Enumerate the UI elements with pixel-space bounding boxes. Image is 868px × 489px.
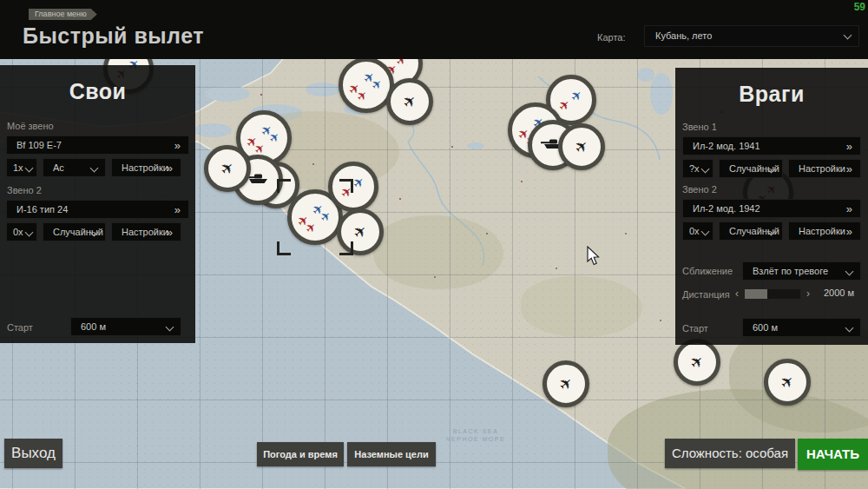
chevron-down-icon <box>90 164 99 173</box>
ally-start-label: Старт <box>7 322 33 333</box>
plane-name: Ил-2 мод. 1942 <box>693 203 760 214</box>
distance-label: Дистанция <box>682 289 730 300</box>
start-value: 600 м <box>753 322 778 333</box>
ally-flight2-count-select[interactable]: 0x <box>6 222 37 241</box>
ally-flight2-skill-select[interactable]: Случайный <box>43 222 106 241</box>
enemies-panel-title: Враги <box>675 82 868 107</box>
map-select[interactable]: Кубань, лето <box>644 25 859 47</box>
chevron-down-icon <box>845 324 854 333</box>
slider-left-icon[interactable]: ‹ <box>735 287 739 300</box>
fps-counter: 59 <box>854 1 865 13</box>
expand-icon: » <box>846 140 852 153</box>
ally-start-select[interactable]: 600 м <box>70 317 181 336</box>
ally-flight1-count-select[interactable]: 1x <box>6 158 37 177</box>
settings-label: Настройки <box>799 163 845 174</box>
map-marker-black1[interactable]: ✈ <box>204 145 251 192</box>
plane-name: Bf 109 E-7 <box>16 140 62 150</box>
enemy-flight2-label: Звено 2 <box>682 184 717 195</box>
enemy-flight2-skill-select[interactable]: Случайный <box>719 221 783 241</box>
map-marker-black1[interactable]: ✈ <box>674 339 720 386</box>
approach-label: Сближение <box>682 266 733 276</box>
chevron-down-icon <box>25 164 34 173</box>
selection-brackets <box>277 179 353 255</box>
enemy-start-select[interactable]: 600 м <box>742 318 861 337</box>
plane-icon-black: ✈ <box>571 136 591 156</box>
enemy-flight1-plane-field[interactable]: Ил-2 мод. 1941 » <box>682 136 861 155</box>
chevron-down-icon <box>166 323 174 332</box>
expand-icon: » <box>174 203 181 216</box>
plane-icon-blue: ✈ <box>568 87 584 104</box>
ally-flight1-skill-select[interactable]: Ас <box>43 158 106 177</box>
expand-icon: » <box>846 162 852 175</box>
ally-flight1-settings-button[interactable]: Настройки » <box>111 158 181 177</box>
plane-icon-black: ✈ <box>777 372 797 392</box>
quick-mission-screen: BLACK SEA ЧЕРНОЕ МОРЕ ✈✈✈✈✈✈✈ ✈✈✈✈✈✈✈✈✈✈… <box>0 0 868 489</box>
mouse-cursor <box>587 246 601 267</box>
enemy-flight1-settings-button[interactable]: Настройки » <box>788 159 861 178</box>
exit-button[interactable]: Выход <box>4 439 62 468</box>
map-marker-black1[interactable]: ✈ <box>558 123 605 170</box>
chevron-down-icon <box>845 268 854 276</box>
slider-right-icon[interactable]: › <box>806 287 810 300</box>
enemies-panel: Враги Звено 1 Ил-2 мод. 1941 » ?x Случай… <box>675 68 868 345</box>
plane-icon-black: ✈ <box>556 373 575 393</box>
plane-icon-red: ✈ <box>556 96 572 114</box>
chevron-down-icon <box>25 228 34 237</box>
chevron-down-icon <box>844 31 852 40</box>
plane-icon-black: ✈ <box>217 158 237 178</box>
slider-track[interactable] <box>745 289 800 299</box>
sea-label: BLACK SEA ЧЕРНОЕ МОРЕ <box>419 427 532 443</box>
page-title: Быстрый вылет <box>23 23 204 49</box>
chevron-down-icon <box>701 165 710 174</box>
count-value: 0x <box>689 226 700 236</box>
count-value: 1x <box>13 162 23 173</box>
main-menu-breadcrumb[interactable]: Главное меню <box>29 9 97 20</box>
weather-time-button[interactable]: Погода и время <box>257 442 344 466</box>
distance-slider[interactable]: ‹ › 2000 м <box>735 287 865 300</box>
expand-icon: » <box>846 202 852 215</box>
expand-icon: » <box>167 162 173 175</box>
approach-value: Взлёт по тревоге <box>753 266 828 276</box>
allies-panel-title: Свои <box>0 79 195 104</box>
enemy-flight2-settings-button[interactable]: Настройки » <box>788 221 861 241</box>
ally-flight2-plane-field[interactable]: И-16 тип 24 » <box>6 200 189 219</box>
map-marker-black1[interactable]: ✈ <box>542 360 589 407</box>
my-flight-label: Моё звено <box>7 121 54 131</box>
enemy-flight2-count-select[interactable]: 0x <box>682 221 713 241</box>
map-marker-black1[interactable]: ✈ <box>386 78 433 125</box>
ally-flight1-plane-field[interactable]: Bf 109 E-7 » <box>6 135 189 155</box>
map-label: Карта: <box>597 32 626 43</box>
plane-icon-black: ✈ <box>399 91 419 111</box>
expand-icon: » <box>174 139 181 152</box>
plane-icon-blue: ✈ <box>266 129 282 145</box>
start-mission-button[interactable]: НАЧАТЬ <box>798 439 868 470</box>
count-value: ?x <box>689 163 700 174</box>
enemy-flight1-label: Звено 1 <box>682 122 717 132</box>
expand-icon: » <box>846 225 852 238</box>
enemy-start-label: Старт <box>682 323 708 334</box>
flight2-label: Звено 2 <box>7 185 42 195</box>
plane-icon-black: ✈ <box>687 352 707 372</box>
settings-label: Настройки <box>122 162 168 173</box>
settings-label: Настройки <box>122 227 168 237</box>
map-marker-black1[interactable]: ✈ <box>764 359 811 406</box>
expand-icon: » <box>167 226 173 239</box>
enemy-flight1-count-select[interactable]: ?x <box>682 159 713 178</box>
start-value: 600 м <box>81 321 106 332</box>
allies-panel: Свои Моё звено Bf 109 E-7 » 1x Ас Настро… <box>0 65 195 343</box>
enemy-flight1-skill-select[interactable]: Случайный <box>719 159 783 178</box>
skill-value: Ас <box>53 162 64 173</box>
plane-icon-red: ✈ <box>354 88 370 103</box>
difficulty-button[interactable]: Сложность: особая <box>665 439 795 468</box>
map-select-value: Кубань, лето <box>655 30 712 41</box>
settings-label: Настройки <box>799 226 845 236</box>
ally-flight2-settings-button[interactable]: Настройки » <box>111 222 181 241</box>
approach-select[interactable]: Взлёт по тревоге <box>742 261 861 281</box>
enemy-flight2-plane-field[interactable]: Ил-2 мод. 1942 » <box>682 199 861 218</box>
plane-icon-blue: ✈ <box>369 76 385 92</box>
count-value: 0x <box>13 227 23 237</box>
chevron-down-icon <box>701 228 710 236</box>
plane-name: И-16 тип 24 <box>16 204 68 215</box>
ground-targets-button[interactable]: Наземные цели <box>347 442 436 466</box>
header-bar: Главное меню Быстрый вылет 59 Карта: Куб… <box>0 0 868 59</box>
